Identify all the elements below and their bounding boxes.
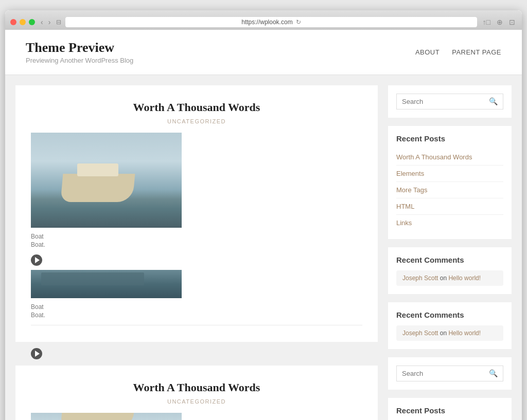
boat-image: [31, 133, 182, 228]
image-caption-1: Boat: [31, 233, 362, 240]
recent-comments-widget-bottom: Recent Comments Joseph Scott on Hello wo…: [388, 302, 512, 349]
recent-post-2[interactable]: Elements: [396, 166, 503, 182]
close-button[interactable]: [10, 19, 16, 25]
maximize-button[interactable]: [29, 19, 35, 25]
traffic-lights: [10, 19, 35, 25]
comment-on-bottom: on: [440, 330, 449, 337]
post-category: UNCATEGORIZED: [31, 118, 362, 124]
post-card-2: Worth A Thousand Words UNCATEGORIZED: [15, 366, 378, 420]
play-button-2[interactable]: [31, 348, 42, 359]
minimize-button[interactable]: [20, 19, 26, 25]
comment-post-top: Hello world!: [448, 275, 481, 282]
search-input-top[interactable]: [402, 98, 489, 105]
browser-actions: ↑□ ⊕ ⊡: [481, 18, 517, 26]
search-widget-bottom: 🔍: [388, 357, 512, 390]
post-image-container: [31, 133, 362, 228]
image-caption-3: Boat: [31, 303, 362, 311]
recent-post-4[interactable]: HTML: [396, 198, 503, 215]
browser-chrome: ‹ › ⊟ https://wplook.com ↻ ↑□ ⊕ ⊡: [5, 10, 522, 30]
new-tab-button[interactable]: ⊕: [495, 18, 504, 26]
search-icon-top[interactable]: 🔍: [489, 97, 498, 106]
tabs-button[interactable]: ⊡: [507, 18, 517, 26]
image-caption-2: Boat.: [31, 241, 362, 248]
sidebar: 🔍 Recent Posts Worth A Thousand Words El…: [388, 85, 512, 420]
recent-post-3[interactable]: More Tags: [396, 182, 503, 198]
recent-posts-title-top: Recent Posts: [396, 134, 503, 143]
about-nav-link[interactable]: ABOUT: [415, 48, 440, 56]
boat-image-dark: [31, 270, 182, 298]
nav-buttons: ‹ ›: [39, 18, 52, 26]
comment-author-top: Joseph Scott: [402, 275, 438, 282]
comment-bubble-bottom: Joseph Scott on Hello world!: [396, 325, 503, 341]
address-bar[interactable]: https://wplook.com ↻: [65, 17, 477, 27]
url-text: https://wplook.com: [241, 19, 292, 26]
post-card: Worth A Thousand Words UNCATEGORIZED Boa…: [15, 85, 378, 342]
post-divider: [31, 325, 362, 325]
image-caption-4: Boat.: [31, 312, 362, 319]
search-box-top: 🔍: [396, 94, 503, 109]
post-title-2: Worth A Thousand Words: [31, 381, 362, 394]
content-area: Worth A Thousand Words UNCATEGORIZED Boa…: [15, 85, 378, 420]
main-layout: Worth A Thousand Words UNCATEGORIZED Boa…: [5, 75, 522, 420]
post-category-2: UNCATEGORIZED: [31, 398, 362, 405]
recent-post-5[interactable]: Links: [396, 215, 503, 231]
share-button[interactable]: ↑□: [481, 18, 492, 26]
back-button[interactable]: ‹: [39, 18, 45, 26]
site-title-area: Theme Preview Previewing Another WordPre…: [26, 40, 133, 64]
sidebar-toggle[interactable]: ⊟: [56, 19, 61, 26]
comment-bubble-top: Joseph Scott on Hello world!: [396, 270, 503, 286]
play-button-1[interactable]: [31, 254, 42, 266]
comment-author-bottom: Joseph Scott: [402, 330, 438, 337]
site-tagline: Previewing Another WordPress Blog: [26, 57, 133, 64]
refresh-icon[interactable]: ↻: [296, 19, 301, 26]
search-icon-bottom[interactable]: 🔍: [489, 369, 498, 378]
forward-button[interactable]: ›: [47, 18, 52, 26]
search-widget-top: 🔍: [388, 85, 512, 118]
site-nav: ABOUT PARENT PAGE: [415, 48, 501, 56]
recent-comments-widget-top: Recent Comments Joseph Scott on Hello wo…: [388, 247, 512, 294]
parent-page-nav-link[interactable]: PARENT PAGE: [452, 48, 501, 56]
post-title: Worth A Thousand Words: [31, 101, 362, 114]
recent-post-1[interactable]: Worth A Thousand Words: [396, 149, 503, 166]
search-input-bottom[interactable]: [402, 370, 489, 377]
comment-post-bottom: Hello world!: [448, 330, 481, 337]
post-image-container-2: [31, 270, 362, 298]
site-header: Theme Preview Previewing Another WordPre…: [5, 30, 522, 75]
browser-window: ‹ › ⊟ https://wplook.com ↻ ↑□ ⊕ ⊡ Theme …: [5, 10, 522, 420]
recent-comments-title-top: Recent Comments: [396, 255, 503, 264]
browser-body: Theme Preview Previewing Another WordPre…: [5, 30, 522, 420]
recent-posts-widget-bottom: Recent Posts Worth A Thousand Words Elem…: [388, 398, 512, 420]
site-title: Theme Preview: [26, 40, 133, 56]
search-box-bottom: 🔍: [396, 366, 503, 381]
recent-posts-widget-top: Recent Posts Worth A Thousand Words Elem…: [388, 126, 512, 239]
comment-on-top: on: [440, 275, 449, 282]
post-image-container-3: [31, 413, 362, 420]
recent-comments-title-bottom: Recent Comments: [396, 311, 503, 319]
boat-image-2: [31, 413, 182, 420]
recent-posts-title-bottom: Recent Posts: [396, 406, 503, 415]
